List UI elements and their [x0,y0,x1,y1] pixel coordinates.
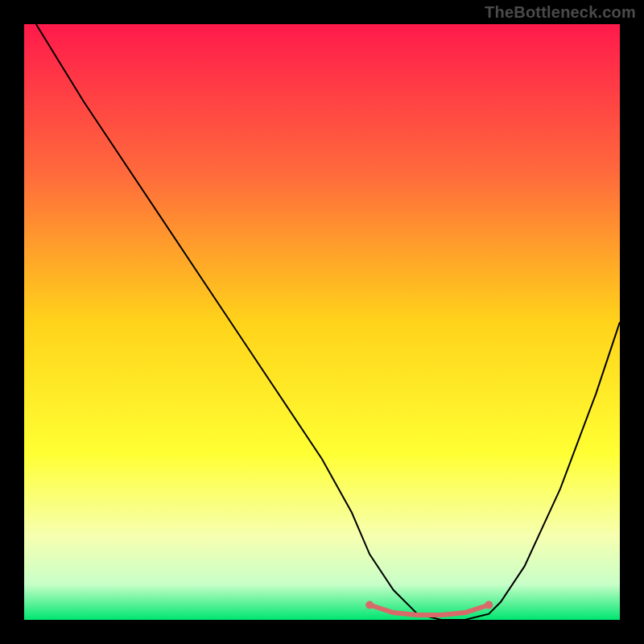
watermark-text: TheBottleneck.com [485,3,636,22]
highlight-marker [365,601,374,609]
highlight-marker [485,601,493,609]
chart-frame: TheBottleneck.com [0,0,644,644]
plot-background [24,24,620,620]
bottleneck-chart [0,0,644,644]
